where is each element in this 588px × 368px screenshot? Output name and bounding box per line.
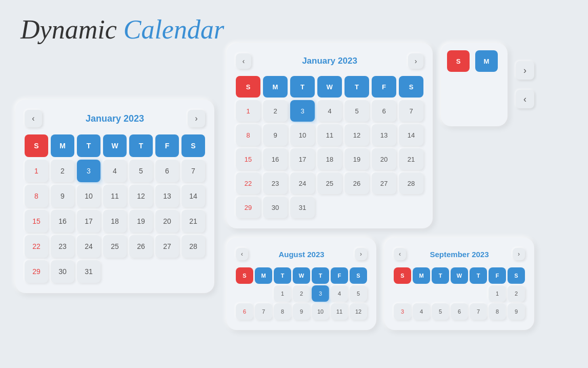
day-header-thu: T: [129, 134, 153, 157]
day-21[interactable]: 21: [181, 210, 205, 233]
aug-d7[interactable]: 7: [255, 303, 272, 320]
sep-d4[interactable]: 4: [413, 303, 430, 320]
next-month-btn-sep[interactable]: ›: [513, 248, 525, 260]
next-month-btn-large[interactable]: ›: [188, 110, 205, 127]
day-24[interactable]: 24: [77, 235, 100, 258]
next-month-btn-medium[interactable]: ›: [408, 53, 423, 69]
med-d17[interactable]: 17: [290, 148, 315, 170]
prev-month-btn-aug[interactable]: ‹: [236, 248, 248, 260]
aug-d8[interactable]: 8: [274, 303, 291, 320]
day-18[interactable]: 18: [103, 210, 127, 233]
day-6[interactable]: 6: [155, 160, 179, 182]
med-d27[interactable]: 27: [372, 172, 396, 194]
med-d13[interactable]: 13: [372, 124, 396, 146]
aug-d9[interactable]: 9: [293, 303, 310, 320]
day-13[interactable]: 13: [155, 185, 179, 207]
aug-d6[interactable]: 6: [236, 303, 253, 320]
med-d5[interactable]: 5: [344, 100, 369, 122]
prev-month-btn-medium[interactable]: ‹: [236, 53, 251, 69]
sep-d5[interactable]: 5: [432, 303, 449, 320]
day-11[interactable]: 11: [103, 185, 127, 207]
day-28[interactable]: 28: [181, 235, 205, 258]
med-d22[interactable]: 22: [236, 172, 260, 194]
med-d7[interactable]: 7: [399, 100, 423, 122]
aug-d1[interactable]: 1: [274, 285, 291, 302]
day-29[interactable]: 29: [25, 260, 48, 283]
med-d12[interactable]: 12: [344, 124, 369, 146]
calendar-grid-aug: S M T W T F S 1 2 3 4 5 6: [236, 267, 367, 320]
day-7[interactable]: 7: [181, 160, 205, 182]
med-dh-sat: S: [399, 76, 423, 98]
aug-d2[interactable]: 2: [293, 285, 310, 302]
med-d28[interactable]: 28: [399, 172, 423, 194]
med-d25[interactable]: 25: [317, 172, 342, 194]
day-2[interactable]: 2: [51, 160, 74, 182]
med-d16[interactable]: 16: [263, 148, 288, 170]
day-10[interactable]: 10: [77, 185, 100, 207]
med-d24[interactable]: 24: [290, 172, 315, 194]
med-d23[interactable]: 23: [263, 172, 288, 194]
med-d18[interactable]: 18: [317, 148, 342, 170]
med-d19[interactable]: 19: [344, 148, 369, 170]
day-12[interactable]: 12: [129, 185, 153, 207]
day-1[interactable]: 1: [25, 160, 48, 182]
day-23[interactable]: 23: [51, 235, 74, 258]
day-15[interactable]: 15: [25, 210, 48, 233]
sep-d6[interactable]: 6: [451, 303, 468, 320]
strip-prev-btn[interactable]: ‹: [516, 90, 534, 108]
med-d29[interactable]: 29: [236, 197, 260, 218]
med-d15[interactable]: 15: [236, 148, 260, 170]
day-3-selected[interactable]: 3: [77, 160, 100, 182]
med-d10[interactable]: 10: [290, 124, 315, 146]
med-d4[interactable]: 4: [317, 100, 342, 122]
day-22[interactable]: 22: [25, 235, 48, 258]
day-header-fri: F: [155, 134, 179, 157]
med-d8[interactable]: 8: [236, 124, 260, 146]
med-d14[interactable]: 14: [399, 124, 423, 146]
med-d6[interactable]: 6: [372, 100, 396, 122]
day-30[interactable]: 30: [51, 260, 74, 283]
aug-d12[interactable]: 12: [350, 303, 367, 320]
strip-next-btn[interactable]: ›: [516, 61, 534, 80]
aug-d3[interactable]: 3: [312, 285, 329, 302]
aug-d5[interactable]: 5: [350, 285, 367, 302]
med-d9[interactable]: 9: [263, 124, 288, 146]
med-d1[interactable]: 1: [236, 100, 260, 122]
prev-month-btn-sep[interactable]: ‹: [394, 248, 406, 260]
calendar-header-medium: ‹ January 2023 ›: [236, 53, 423, 69]
med-d20[interactable]: 20: [372, 148, 396, 170]
prev-month-btn-large[interactable]: ‹: [25, 110, 42, 127]
sep-d1[interactable]: 1: [489, 285, 506, 302]
sep-dh-sat: S: [508, 267, 525, 284]
sep-d9[interactable]: 9: [508, 303, 525, 320]
med-d31[interactable]: 31: [290, 197, 315, 218]
day-4[interactable]: 4: [103, 160, 127, 182]
aug-d4[interactable]: 4: [331, 285, 348, 302]
med-d11[interactable]: 11: [317, 124, 342, 146]
med-d30[interactable]: 30: [263, 197, 288, 218]
sep-d8[interactable]: 8: [489, 303, 506, 320]
day-31[interactable]: 31: [77, 260, 100, 283]
next-month-btn-aug[interactable]: ›: [355, 248, 367, 260]
day-8[interactable]: 8: [25, 185, 48, 207]
strip-empty1: [447, 74, 470, 95]
day-9[interactable]: 9: [51, 185, 74, 207]
sep-d7[interactable]: 7: [470, 303, 487, 320]
day-20[interactable]: 20: [155, 210, 179, 233]
day-17[interactable]: 17: [77, 210, 100, 233]
day-14[interactable]: 14: [181, 185, 205, 207]
aug-d11[interactable]: 11: [331, 303, 348, 320]
med-d21[interactable]: 21: [399, 148, 423, 170]
day-19[interactable]: 19: [129, 210, 153, 233]
sep-d2[interactable]: 2: [508, 285, 525, 302]
day-5[interactable]: 5: [129, 160, 153, 182]
day-16[interactable]: 16: [51, 210, 74, 233]
med-d2[interactable]: 2: [263, 100, 288, 122]
sep-d3[interactable]: 3: [394, 303, 411, 320]
med-d26[interactable]: 26: [344, 172, 369, 194]
med-d3[interactable]: 3: [290, 100, 315, 122]
day-27[interactable]: 27: [155, 235, 179, 258]
day-25[interactable]: 25: [103, 235, 127, 258]
aug-d10[interactable]: 10: [312, 303, 329, 320]
day-26[interactable]: 26: [129, 235, 153, 258]
